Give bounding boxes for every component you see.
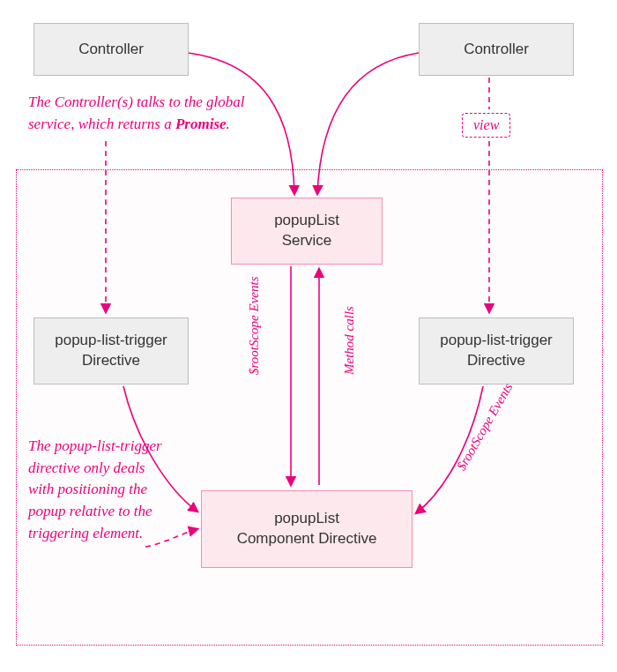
service-box: popupList Service: [231, 198, 383, 265]
component-box: popupList Component Directive: [201, 490, 413, 568]
view-tag: view: [462, 113, 510, 138]
trigger-right-box: popup-list-trigger Directive: [419, 317, 574, 385]
controller-box-left: Controller: [33, 23, 189, 76]
label-rootscope-mid-left: $rootScope Events: [247, 277, 262, 376]
label-method-calls: Method calls: [342, 306, 357, 375]
note-trigger-positioning: The popup-list-trigger directive only de…: [28, 436, 174, 544]
controller-box-right: Controller: [419, 23, 574, 76]
diagram-stage: Controller Controller view popupList Ser…: [0, 0, 617, 672]
note-controller-service: The Controller(s) talks to the global se…: [28, 92, 293, 135]
trigger-left-box: popup-list-trigger Directive: [33, 317, 189, 385]
